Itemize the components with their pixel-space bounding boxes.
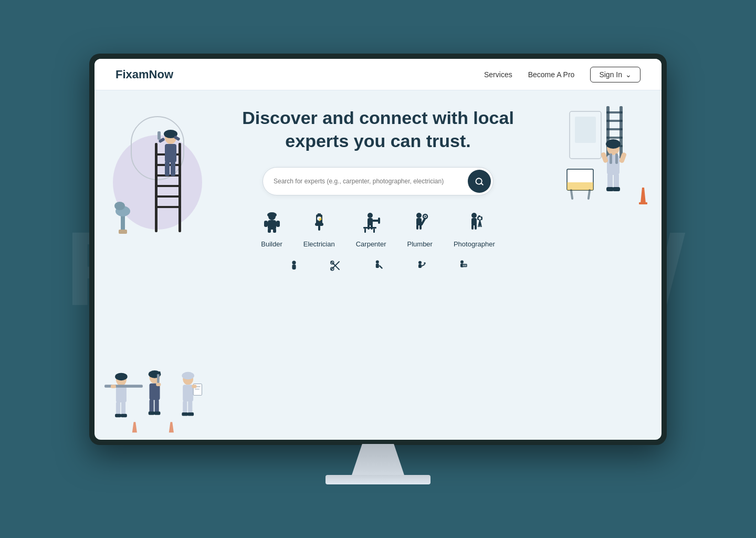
monitor-stand: [352, 444, 404, 475]
svg-point-109: [424, 216, 426, 218]
bottom-left-illustration: [100, 366, 205, 439]
svg-rect-7: [178, 143, 181, 232]
search-input[interactable]: [274, 178, 468, 185]
svg-rect-35: [615, 153, 618, 164]
builder-label: Builder: [261, 240, 282, 248]
svg-rect-36: [607, 173, 613, 189]
svg-point-103: [416, 213, 422, 218]
svg-rect-84: [273, 229, 276, 233]
svg-rect-73: [187, 412, 194, 416]
svg-point-49: [115, 373, 128, 381]
hero-section: Discover and connect with local experts …: [94, 90, 662, 440]
svg-rect-101: [364, 229, 366, 233]
svg-marker-79: [169, 422, 174, 432]
monitor-screen: FixamNow Services Become A Pro Sign In ⌄: [94, 59, 662, 440]
svg-marker-46: [640, 188, 646, 203]
navbar-right: Services Become A Pro Sign In ⌄: [484, 67, 640, 82]
svg-rect-50: [116, 386, 127, 402]
svg-rect-11: [155, 185, 181, 187]
category-tailor[interactable]: [284, 257, 304, 275]
categories-row-1: Builder: [261, 212, 495, 248]
become-pro-link[interactable]: Become A Pro: [528, 70, 575, 79]
svg-rect-27: [606, 120, 623, 122]
svg-point-129: [418, 261, 422, 264]
svg-rect-45: [587, 189, 591, 200]
electrician-label: Electrician: [303, 240, 335, 248]
svg-rect-25: [620, 106, 623, 159]
svg-rect-114: [478, 215, 480, 217]
svg-rect-130: [418, 264, 422, 268]
svg-rect-39: [613, 187, 620, 191]
svg-rect-86: [276, 221, 280, 227]
svg-rect-69: [183, 385, 193, 402]
svg-rect-91: [318, 225, 320, 231]
svg-text:⚡: ⚡: [318, 216, 323, 222]
category-scissors[interactable]: [326, 257, 346, 275]
search-icon: [475, 177, 484, 186]
svg-rect-13: [155, 206, 181, 208]
category-builder[interactable]: Builder: [261, 212, 282, 248]
monitor-shell: FixamNow Services Become A Pro Sign In ⌄: [68, 54, 688, 484]
svg-rect-100: [363, 227, 376, 229]
svg-marker-78: [132, 422, 137, 432]
category-carpenter[interactable]: Carpenter: [356, 212, 386, 248]
tailor-icon: [284, 257, 304, 275]
monitor-body: FixamNow Services Become A Pro Sign In ⌄: [89, 54, 667, 445]
svg-rect-71: [188, 401, 192, 414]
svg-point-4: [114, 202, 125, 210]
category-photographer[interactable]: Photographer: [454, 212, 495, 248]
search-button[interactable]: [468, 170, 491, 193]
svg-point-32: [606, 139, 621, 149]
svg-rect-56: [111, 385, 116, 388]
left-illustration: [105, 101, 210, 250]
right-illustration: [559, 101, 656, 208]
svg-rect-47: [639, 202, 647, 204]
svg-point-68: [182, 372, 194, 380]
category-electrician[interactable]: ⚡ Electrician: [303, 212, 335, 248]
svg-point-126: [376, 261, 379, 264]
sign-in-label: Sign In: [599, 70, 622, 79]
carpenter-label: Carpenter: [356, 240, 386, 248]
svg-rect-28: [606, 128, 623, 130]
svg-rect-127: [376, 264, 379, 268]
svg-rect-131: [422, 264, 425, 267]
svg-point-94: [368, 213, 373, 218]
svg-rect-44: [570, 189, 574, 200]
category-repair2[interactable]: [368, 257, 388, 275]
svg-rect-29: [606, 137, 623, 139]
svg-rect-37: [614, 173, 619, 189]
svg-rect-88: [318, 213, 319, 216]
svg-rect-60: [150, 399, 154, 413]
svg-rect-52: [121, 401, 125, 416]
svg-rect-34: [610, 153, 612, 164]
svg-rect-61: [155, 399, 159, 413]
svg-rect-5: [119, 230, 127, 234]
category-signage[interactable]: [452, 257, 472, 275]
svg-rect-54: [121, 414, 127, 417]
category-welder[interactable]: [410, 257, 430, 275]
sign-in-button[interactable]: Sign In ⌄: [590, 67, 640, 82]
svg-rect-12: [155, 195, 181, 198]
headline-line1: Discover and connect with local: [242, 108, 514, 128]
svg-rect-62: [149, 411, 155, 415]
svg-point-132: [424, 263, 426, 265]
svg-point-110: [471, 213, 477, 218]
category-plumber[interactable]: Plumber: [407, 212, 433, 248]
svg-rect-121: [292, 265, 296, 270]
svg-rect-23: [575, 117, 596, 143]
svg-rect-136: [463, 265, 464, 267]
svg-rect-99: [378, 218, 380, 224]
svg-rect-66: [156, 383, 161, 386]
svg-rect-85: [264, 221, 268, 227]
svg-rect-26: [606, 111, 623, 113]
site-logo[interactable]: FixamNow: [116, 68, 173, 81]
services-link[interactable]: Services: [484, 70, 512, 79]
svg-rect-70: [183, 401, 187, 414]
svg-rect-53: [115, 414, 121, 417]
svg-rect-119: [475, 224, 477, 230]
svg-rect-55: [104, 385, 143, 388]
svg-rect-105: [416, 224, 418, 230]
svg-rect-43: [567, 182, 593, 190]
chevron-down-icon: ⌄: [625, 70, 632, 79]
svg-point-81: [267, 212, 277, 218]
